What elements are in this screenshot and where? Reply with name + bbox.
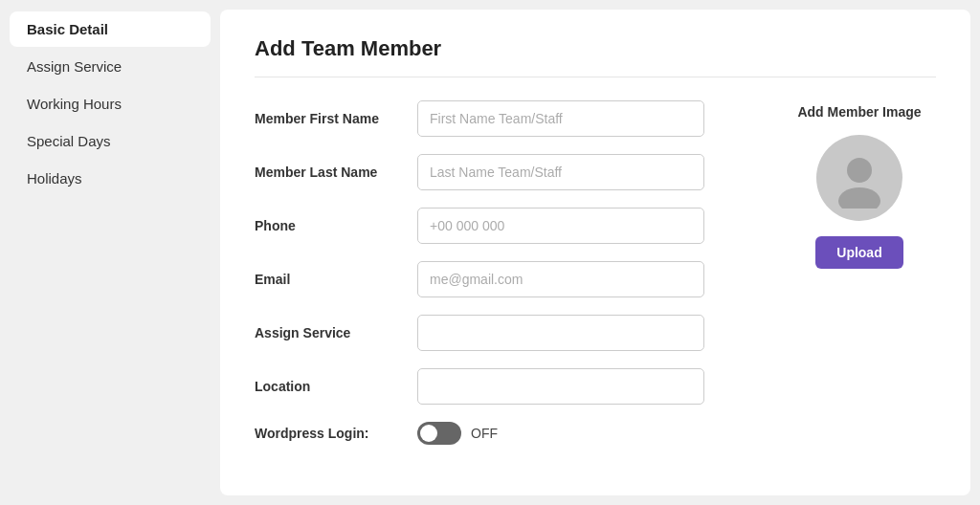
input-email[interactable] <box>417 261 704 297</box>
sidebar: Basic Detail Assign Service Working Hour… <box>0 0 220 505</box>
label-assign-service: Assign Service <box>255 325 417 340</box>
svg-point-0 <box>847 158 872 183</box>
sidebar-item-assign-service[interactable]: Assign Service <box>10 49 211 84</box>
form-row-email: Email <box>255 261 745 297</box>
input-assign-service[interactable] <box>417 315 704 351</box>
avatar-icon <box>829 147 890 209</box>
input-location[interactable] <box>417 368 704 405</box>
form-row-location: Location <box>255 368 745 405</box>
page-title: Add Team Member <box>255 36 936 77</box>
sidebar-item-working-hours[interactable]: Working Hours <box>10 86 211 121</box>
sidebar-item-basic-detail[interactable]: Basic Detail <box>10 11 211 47</box>
input-phone[interactable] <box>417 208 704 244</box>
toggle-state-label: OFF <box>471 426 498 441</box>
form-row-assign-service: Assign Service <box>255 315 745 351</box>
form-row-last-name: Member Last Name <box>255 154 745 190</box>
label-wordpress-login: Wordpress Login: <box>255 426 417 441</box>
label-phone: Phone <box>255 218 417 233</box>
form-row-phone: Phone <box>255 208 745 244</box>
form-content: Member First Name Member Last Name Phone… <box>255 100 936 462</box>
form-fields: Member First Name Member Last Name Phone… <box>255 100 745 462</box>
image-section: Add Member Image Upload <box>783 100 936 462</box>
label-location: Location <box>255 379 417 394</box>
input-last-name[interactable] <box>417 154 704 190</box>
wordpress-login-toggle[interactable] <box>417 422 461 445</box>
sidebar-item-holidays[interactable]: Holidays <box>10 161 211 196</box>
upload-button[interactable]: Upload <box>815 236 902 269</box>
svg-point-1 <box>838 187 880 209</box>
form-row-wordpress-login: Wordpress Login: OFF <box>255 422 745 445</box>
input-first-name[interactable] <box>417 100 704 137</box>
label-first-name: Member First Name <box>255 111 417 126</box>
avatar-placeholder <box>816 135 902 221</box>
form-row-first-name: Member First Name <box>255 100 745 137</box>
label-email: Email <box>255 272 417 287</box>
main-content: Add Team Member Member First Name Member… <box>220 10 970 495</box>
sidebar-item-special-days[interactable]: Special Days <box>10 123 211 159</box>
toggle-slider <box>417 422 461 445</box>
image-section-title: Add Member Image <box>797 104 921 120</box>
toggle-wrapper: OFF <box>417 422 498 445</box>
label-last-name: Member Last Name <box>255 165 417 180</box>
